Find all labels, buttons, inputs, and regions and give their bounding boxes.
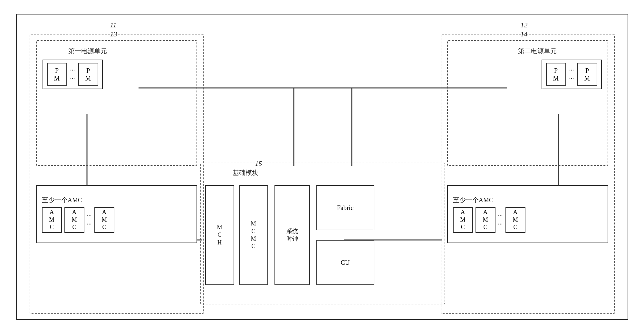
fabric-label: Fabric <box>337 204 353 212</box>
fabric-box: Fabric <box>316 185 374 230</box>
pm-box-left-1: PM <box>47 63 67 86</box>
pm-container-right: PM ······ PM <box>542 60 602 89</box>
left-amc-box-1: AMC <box>42 207 62 233</box>
right-amc-box-2: AMC <box>476 207 495 233</box>
mcmc-box: MCMC <box>239 185 268 285</box>
left-amc-label: 至少一个AMC <box>42 196 82 205</box>
power-unit-2-label: 第二电源单元 <box>518 47 557 55</box>
cu-label: CU <box>341 259 350 266</box>
mcmc-label: MCMC <box>251 220 256 250</box>
pm-inner-right: PM ······ PM <box>546 63 597 86</box>
pm-inner-left: PM ······ PM <box>47 63 98 86</box>
sysclock-box: 系统时钟 <box>274 185 310 285</box>
pm-dots-left: ······ <box>70 66 75 83</box>
mch-label: MCH <box>217 224 222 246</box>
right-amc-row: AMC AMC ······ AMC <box>453 207 525 233</box>
left-amc-dots: ······ <box>87 212 92 228</box>
right-amc-outer-box: 至少一个AMC AMC AMC ······ AMC <box>447 185 608 243</box>
left-amc-box-2: AMC <box>64 207 84 233</box>
right-power-dashed-box <box>447 40 608 166</box>
sysclock-label: 系统时钟 <box>286 228 298 243</box>
right-amc-box-3: AMC <box>505 207 525 233</box>
ref-11: 11 <box>110 21 117 29</box>
pm-container-left: PM ······ PM <box>43 60 103 89</box>
mch-box: MCH <box>205 185 234 285</box>
left-power-dashed-box <box>36 40 197 166</box>
left-amc-box-3: AMC <box>94 207 114 233</box>
pm-box-right-1: PM <box>546 63 566 86</box>
pm-box-right-2: PM <box>577 63 597 86</box>
right-amc-dots: ······ <box>498 212 503 228</box>
right-amc-box-1: AMC <box>453 207 473 233</box>
ref-12: 12 <box>521 21 528 29</box>
cu-box: CU <box>316 240 374 285</box>
left-amc-row: AMC AMC ······ AMC <box>42 207 114 233</box>
diagram-container: 11 13 12 14 15 第一电源单元 PM ······ PM 至少一个A… <box>16 14 628 320</box>
left-amc-outer-box: 至少一个AMC AMC AMC ······ AMC <box>36 185 197 243</box>
pm-box-left-2: PM <box>78 63 98 86</box>
power-unit-1-label: 第一电源单元 <box>68 47 107 55</box>
base-module-label: 基础模块 <box>233 168 258 177</box>
pm-dots-right: ······ <box>569 66 574 83</box>
right-amc-label: 至少一个AMC <box>453 196 494 205</box>
